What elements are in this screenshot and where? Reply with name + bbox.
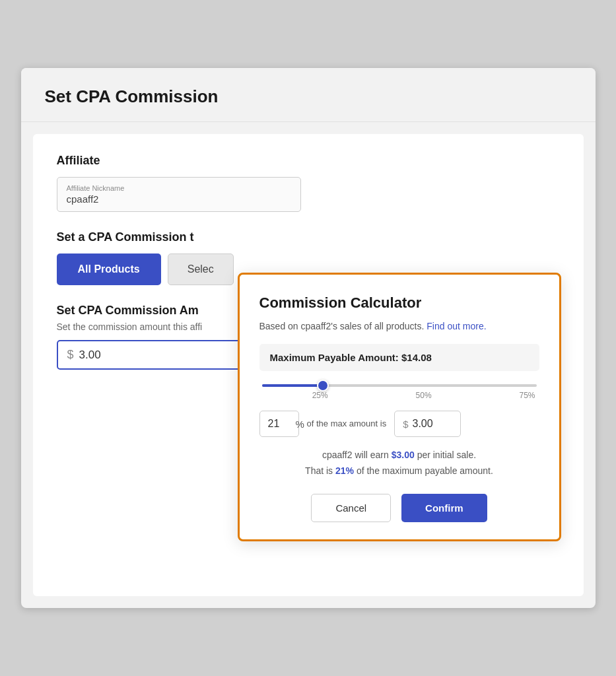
dollar-sign-icon: $ [67,348,74,362]
commission-calculator-modal: Commission Calculator Based on cpaaff2's… [238,273,561,541]
calc-dollar-sign: $ [403,419,408,430]
calc-desc-text: Based on cpaaff2's sales of all products… [259,321,425,331]
calculator-desc: Based on cpaaff2's sales of all products… [259,320,539,333]
select-button[interactable]: Selec [168,254,234,285]
summary-line1-pre: cpaaff2 will earn [322,450,389,460]
commission-slider-container: 25% 50% 75% [259,384,539,400]
page-wrapper: Set CPA Commission Affiliate Affiliate N… [21,68,596,608]
calculator-title: Commission Calculator [259,294,539,312]
slider-label-50: 50% [416,391,432,400]
max-payable-amount: Maximum Payable Amount: $14.08 [259,344,539,371]
find-out-more-link[interactable]: Find out more. [427,321,486,331]
summary-line2-post: of the maximum payable amount. [357,465,493,476]
amount-input-wrapper: $ [57,340,242,370]
summary-line1-post: per initial sale. [417,450,477,460]
dollar-input[interactable] [413,418,452,430]
slider-label-25: 25% [312,391,328,400]
dollar-input-box: $ [394,411,460,437]
page-title: Set CPA Commission [45,86,572,107]
percent-input-box: % [259,411,299,437]
slider-track [262,384,537,387]
calc-actions: Cancel Confirm [259,494,539,522]
commission-amount-input[interactable] [79,349,231,362]
percent-sign: % [296,419,304,430]
of-text: of the max amount is [307,419,387,430]
affiliate-section-title: Affiliate [57,154,560,168]
commission-section-title: Set a CPA Commission t [57,230,560,244]
confirm-button[interactable]: Confirm [401,494,487,522]
calc-summary: cpaaff2 will earn $3.00 per initial sale… [259,448,539,479]
slider-label-75: 75% [519,391,535,400]
calc-inputs-row: % of the max amount is $ [259,411,539,437]
affiliate-field-label: Affiliate Nickname [67,184,291,192]
page-content: Affiliate Affiliate Nickname cpaaff2 Set… [33,134,584,596]
affiliate-field-value: cpaaff2 [67,193,291,205]
summary-line2-pre: That is [305,465,333,476]
summary-percent: 21% [335,465,354,476]
summary-amount: $3.00 [392,450,415,460]
page-header: Set CPA Commission [21,68,596,122]
percent-input[interactable] [268,418,292,430]
slider-labels: 25% 50% 75% [262,391,537,400]
cancel-button[interactable]: Cancel [311,494,391,522]
all-products-button[interactable]: All Products [57,254,161,285]
affiliate-field: Affiliate Nickname cpaaff2 [57,177,301,212]
